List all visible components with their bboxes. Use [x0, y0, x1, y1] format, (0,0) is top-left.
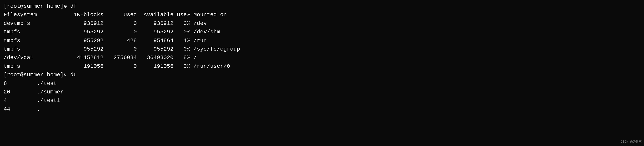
- terminal-output: [root@summer home]# df Filesystem 1K-blo…: [4, 2, 640, 113]
- watermark: CSDN @伊登东: [620, 140, 642, 145]
